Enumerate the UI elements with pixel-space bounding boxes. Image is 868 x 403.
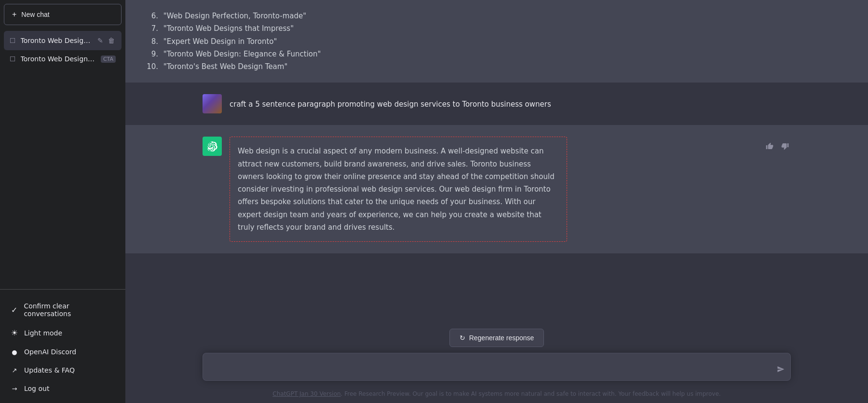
list-num: 10. xyxy=(145,60,158,73)
chat-item-actions: ✎ 🗑 xyxy=(96,36,116,45)
sidebar-footer: ✓ Confirm clear conversations ☀ Light mo… xyxy=(0,293,125,403)
thumbs-down-button[interactable] xyxy=(779,140,791,154)
numbered-list-block: 6. "Web Design Perfection, Toronto-made"… xyxy=(125,0,868,83)
message-actions xyxy=(764,137,791,154)
sidebar-item-discord[interactable]: ● OpenAI Discord xyxy=(4,343,122,361)
assistant-message-block: Web design is a crucial aspect of any mo… xyxy=(125,125,868,253)
external-link-icon: ↗ xyxy=(10,367,19,374)
list-text: "Toronto Web Design: Elegance & Function… xyxy=(163,50,321,58)
sidebar: + New chat ☐ Toronto Web Design Sl ✎ 🗑 ☐… xyxy=(0,0,125,403)
chat-bubble-icon-2: ☐ xyxy=(10,55,16,63)
chat-bubble-icon: ☐ xyxy=(10,37,16,44)
plus-icon: + xyxy=(12,10,16,19)
regenerate-label: Regenerate response xyxy=(469,334,534,342)
thumbs-down-icon xyxy=(781,142,789,152)
footer-link[interactable]: ChatGPT Jan 30 Version xyxy=(272,390,340,397)
footer-note: ChatGPT Jan 30 Version. Free Research Pr… xyxy=(265,387,728,403)
list-item: 10. "Toronto's Best Web Design Team" xyxy=(145,60,849,73)
list-item: 6. "Web Design Perfection, Toronto-made" xyxy=(145,10,849,22)
new-chat-label: New chat xyxy=(21,11,49,18)
delete-chat-button[interactable]: 🗑 xyxy=(107,36,116,45)
sidebar-item-chat-1[interactable]: ☐ Toronto Web Design Sl ✎ 🗑 xyxy=(4,31,122,50)
thumbs-up-icon xyxy=(766,142,773,152)
chat-input[interactable] xyxy=(203,353,790,378)
discord-icon: ● xyxy=(10,348,19,356)
send-button[interactable] xyxy=(777,365,785,375)
user-message-text: craft a 5 sentence paragraph promoting w… xyxy=(230,94,551,111)
input-area xyxy=(125,353,868,387)
sun-icon: ☀ xyxy=(10,328,19,337)
list-num: 6. xyxy=(145,10,158,22)
chat-messages: 6. "Web Design Perfection, Toronto-made"… xyxy=(125,0,868,323)
sidebar-divider xyxy=(0,289,125,290)
chat-item-label-2: Toronto Web Design Firm xyxy=(21,55,96,63)
list-text: "Expert Web Design in Toronto" xyxy=(163,37,277,46)
user-message-block: craft a 5 sentence paragraph promoting w… xyxy=(125,83,868,125)
list-num: 8. xyxy=(145,35,158,48)
thumbs-up-button[interactable] xyxy=(764,140,775,154)
chat-badge: CTA xyxy=(101,56,116,63)
list-item: 8. "Expert Web Design in Toronto" xyxy=(145,35,849,48)
list-item: 9. "Toronto Web Design: Elegance & Funct… xyxy=(145,48,849,60)
chat-item-label: Toronto Web Design Sl xyxy=(21,37,92,44)
assistant-message-text: Web design is a crucial aspect of any mo… xyxy=(230,137,567,242)
bottom-area: ↻ Regenerate response ChatGPT Jan 30 Ver… xyxy=(125,323,868,403)
numbered-list: 6. "Web Design Perfection, Toronto-made"… xyxy=(145,10,849,73)
sidebar-item-confirm-clear[interactable]: ✓ Confirm clear conversations xyxy=(4,297,122,322)
sidebar-item-updates-faq[interactable]: ↗ Updates & FAQ xyxy=(4,361,122,379)
sidebar-item-chat-2[interactable]: ☐ Toronto Web Design Firm CTA xyxy=(4,50,122,68)
main-content: 6. "Web Design Perfection, Toronto-made"… xyxy=(125,0,868,403)
list-num: 7. xyxy=(145,22,158,35)
list-text: "Toronto Web Designs that Impress" xyxy=(163,24,294,33)
assistant-avatar xyxy=(203,137,222,156)
input-wrapper xyxy=(203,353,791,381)
light-mode-label: Light mode xyxy=(24,329,62,337)
checkmark-icon: ✓ xyxy=(10,306,19,315)
regenerate-button[interactable]: ↻ Regenerate response xyxy=(449,329,544,347)
logout-label: Log out xyxy=(24,385,49,392)
send-icon xyxy=(777,365,785,375)
user-avatar xyxy=(203,94,222,113)
list-item: 7. "Toronto Web Designs that Impress" xyxy=(145,22,849,35)
footer-text: . Free Research Preview. Our goal is to … xyxy=(341,390,721,397)
regenerate-icon: ↻ xyxy=(460,334,465,342)
list-text: "Web Design Perfection, Toronto-made" xyxy=(163,12,306,20)
sidebar-item-logout[interactable]: → Log out xyxy=(4,380,122,397)
sidebar-item-light-mode[interactable]: ☀ Light mode xyxy=(4,323,122,342)
updates-faq-label: Updates & FAQ xyxy=(24,366,75,374)
edit-chat-button[interactable]: ✎ xyxy=(96,36,104,45)
discord-label: OpenAI Discord xyxy=(24,348,76,356)
assistant-message-content: Web design is a crucial aspect of any mo… xyxy=(230,137,748,242)
new-chat-button[interactable]: + New chat xyxy=(4,4,122,25)
chat-list: ☐ Toronto Web Design Sl ✎ 🗑 ☐ Toronto We… xyxy=(0,29,125,285)
openai-logo-icon xyxy=(207,141,217,152)
logout-icon: → xyxy=(10,385,19,392)
list-text: "Toronto's Best Web Design Team" xyxy=(163,62,288,71)
confirm-clear-label: Confirm clear conversations xyxy=(24,302,116,318)
list-num: 9. xyxy=(145,48,158,60)
